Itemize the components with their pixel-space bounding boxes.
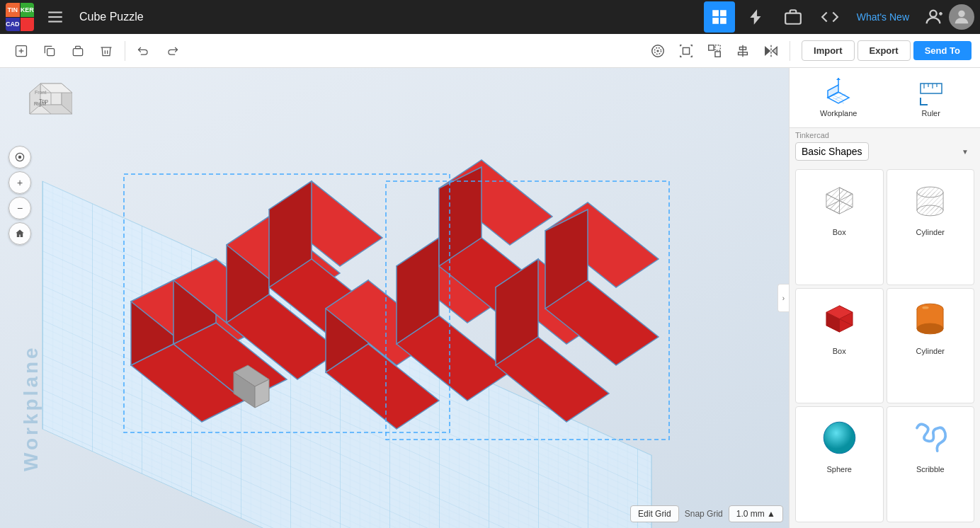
logo-ker: KER	[21, 3, 35, 17]
cube-puzzle-shapes	[0, 68, 789, 528]
svg-point-76	[18, 156, 21, 158]
svg-point-19	[654, 47, 661, 54]
zoom-in-button[interactable]: +	[8, 171, 31, 194]
svg-point-109	[917, 323, 943, 334]
svg-point-8	[930, 11, 936, 17]
box-wire-label: Box	[833, 228, 846, 236]
sendto-button[interactable]: Send To	[913, 41, 972, 60]
zoom-out-button[interactable]: −	[8, 197, 31, 219]
ruler-tool[interactable]: Ruler	[888, 74, 975, 122]
svg-rect-17	[73, 48, 82, 55]
svg-rect-3	[712, 10, 719, 16]
hide-icon-button[interactable]	[645, 38, 671, 64]
panel-tools: Workplane Ruler	[790, 68, 980, 128]
right-panel: Workplane Ruler Ti	[789, 68, 980, 528]
export-button[interactable]: Export	[858, 40, 911, 61]
svg-point-20	[652, 45, 664, 57]
scribble-label: Scribble	[916, 465, 945, 474]
align-icon-button[interactable]	[730, 38, 756, 64]
user-section	[921, 4, 974, 30]
shapes-grid: Box	[790, 163, 980, 528]
svg-rect-6	[720, 18, 727, 24]
collapse-panel-button[interactable]: ›	[777, 284, 789, 312]
toolbar: Import Export Send To	[0, 34, 980, 68]
toolbar-separator-1	[125, 41, 125, 61]
shape-item-box-red[interactable]: Box	[795, 288, 884, 404]
copy-button[interactable]	[37, 38, 62, 64]
svg-point-111	[824, 422, 855, 454]
navbar: TIN KER CAD Cube Puzzle What's New	[0, 0, 980, 34]
svg-point-11	[958, 11, 964, 17]
hammer-button[interactable]	[741, 1, 772, 33]
workplane-tool[interactable]: Workplane	[795, 74, 882, 122]
ungroup-icon-button[interactable]	[702, 38, 727, 64]
view-cube[interactable]: Top Right Front	[8, 76, 72, 140]
svg-marker-80	[836, 78, 841, 80]
avatar[interactable]	[949, 4, 974, 30]
ruler-tool-label: Ruler	[922, 109, 940, 117]
main-area: Workplane	[0, 68, 980, 528]
shape-item-box-wire[interactable]: Box	[795, 169, 884, 285]
bottom-bar: Edit Grid Snap Grid 1.0 mm ▲	[630, 505, 783, 522]
workplane-tool-label: Workplane	[820, 109, 857, 117]
svg-rect-22	[709, 45, 714, 50]
category-select[interactable]: Basic Shapes	[795, 142, 869, 161]
svg-line-82	[833, 98, 844, 103]
svg-marker-29	[765, 47, 770, 54]
redo-button[interactable]	[159, 38, 185, 64]
edit-grid-button[interactable]: Edit Grid	[630, 505, 679, 522]
orbit-button[interactable]	[8, 146, 31, 168]
whats-new-button[interactable]: What's New	[851, 11, 915, 23]
svg-rect-23	[715, 51, 720, 56]
svg-marker-30	[773, 47, 777, 54]
paste-button[interactable]	[65, 38, 91, 64]
canvas-area[interactable]: Workplane	[0, 68, 789, 528]
toolbar-separator-2	[790, 41, 790, 61]
svg-rect-24	[715, 45, 720, 50]
svg-rect-4	[720, 10, 727, 16]
menu-icon-button[interactable]	[40, 1, 71, 33]
box-red-icon	[814, 294, 864, 344]
code-button[interactable]	[814, 1, 845, 33]
shape-item-scribble[interactable]: Scribble	[887, 406, 975, 522]
cylinder-wire-icon	[906, 176, 955, 225]
group-icon-button[interactable]	[673, 38, 699, 64]
project-title: Cube Puzzle	[79, 11, 144, 23]
home-button[interactable]	[8, 222, 31, 245]
import-button[interactable]: Import	[802, 40, 854, 61]
grid-view-button[interactable]	[704, 1, 735, 33]
shape-item-cylinder-wire[interactable]: Cylinder	[887, 169, 975, 285]
new-button[interactable]	[8, 38, 34, 64]
sphere-label: Sphere	[827, 465, 852, 474]
svg-point-18	[657, 50, 659, 52]
ruler-icon	[917, 78, 945, 106]
snap-value-button[interactable]: 1.0 mm ▲	[729, 505, 783, 522]
category-select-wrapper: Basic Shapes	[795, 142, 974, 161]
workplane-icon	[824, 78, 853, 106]
svg-text:Front: Front	[35, 90, 46, 95]
toolbar-right: Import Export Send To	[645, 38, 972, 64]
svg-rect-1	[48, 16, 62, 18]
svg-point-110	[923, 306, 929, 309]
scribble-icon	[906, 413, 955, 462]
svg-rect-0	[48, 11, 62, 13]
svg-rect-15	[47, 48, 55, 55]
delete-button[interactable]	[93, 38, 119, 64]
briefcase-button[interactable]	[777, 1, 809, 33]
camera-controls: + −	[8, 146, 31, 245]
svg-rect-21	[683, 47, 689, 54]
mirror-icon-button[interactable]	[758, 38, 784, 64]
svg-rect-7	[785, 13, 801, 24]
svg-text:Right: Right	[34, 101, 45, 107]
add-user-button[interactable]	[921, 4, 946, 30]
cylinder-orange-icon	[906, 294, 955, 344]
logo-cad-bot	[21, 18, 35, 32]
undo-button[interactable]	[131, 38, 156, 64]
shape-item-sphere[interactable]: Sphere	[795, 406, 884, 522]
shape-item-cylinder-orange[interactable]: Cylinder	[887, 288, 975, 404]
snap-value: 1.0 mm	[736, 509, 765, 519]
tinkercad-logo[interactable]: TIN KER CAD	[6, 3, 34, 31]
panel-header-row: Tinkercad Basic Shapes	[790, 128, 980, 163]
box-red-label: Box	[833, 347, 846, 355]
tinkercad-label: Tinkercad	[795, 131, 974, 139]
